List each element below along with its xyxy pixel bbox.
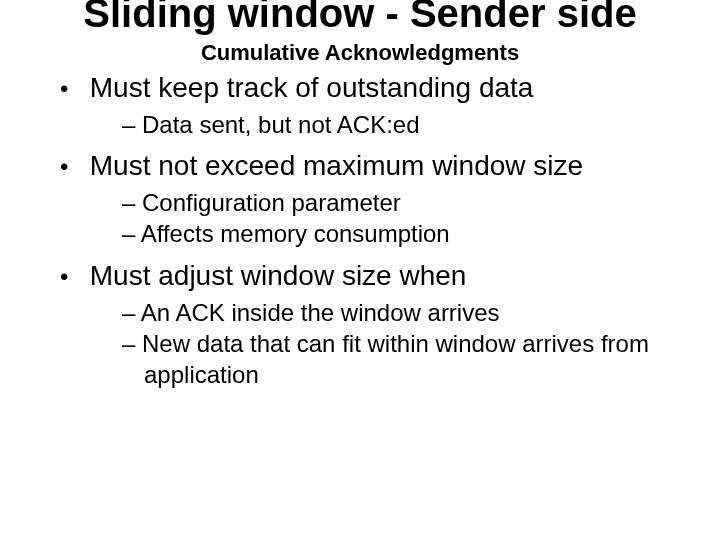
slide: Sliding window - Sender side Cumulative … — [0, 0, 720, 532]
bullet-item: Must keep track of outstanding data Data… — [50, 70, 670, 140]
sub-bullet-item: New data that can fit within window arri… — [82, 328, 670, 390]
bullet-text: Must not exceed maximum window size — [90, 150, 583, 181]
sub-bullet-list: Configuration parameter Affects memory c… — [82, 187, 670, 249]
bullet-text: Must adjust window size when — [90, 260, 467, 291]
sub-bullet-text: Configuration parameter — [142, 189, 401, 216]
bullet-item: Must adjust window size when An ACK insi… — [50, 258, 670, 391]
bullet-item: Must not exceed maximum window size Conf… — [50, 148, 670, 249]
bullet-list: Must keep track of outstanding data Data… — [50, 70, 670, 390]
slide-body: Must keep track of outstanding data Data… — [0, 70, 720, 390]
sub-bullet-list: An ACK inside the window arrives New dat… — [82, 297, 670, 391]
slide-title: Sliding window - Sender side — [0, 0, 720, 34]
slide-subtitle: Cumulative Acknowledgments — [0, 40, 720, 66]
bullet-text: Must keep track of outstanding data — [90, 72, 534, 103]
sub-bullet-text: New data that can fit within window arri… — [142, 330, 649, 388]
sub-bullet-item: Configuration parameter — [82, 187, 670, 218]
sub-bullet-text: An ACK inside the window arrives — [141, 299, 500, 326]
sub-bullet-text: Data sent, but not ACK:ed — [142, 111, 420, 138]
sub-bullet-text: Affects memory consumption — [141, 220, 450, 247]
sub-bullet-item: Data sent, but not ACK:ed — [82, 109, 670, 140]
sub-bullet-item: Affects memory consumption — [82, 218, 670, 249]
sub-bullet-list: Data sent, but not ACK:ed — [82, 109, 670, 140]
sub-bullet-item: An ACK inside the window arrives — [82, 297, 670, 328]
